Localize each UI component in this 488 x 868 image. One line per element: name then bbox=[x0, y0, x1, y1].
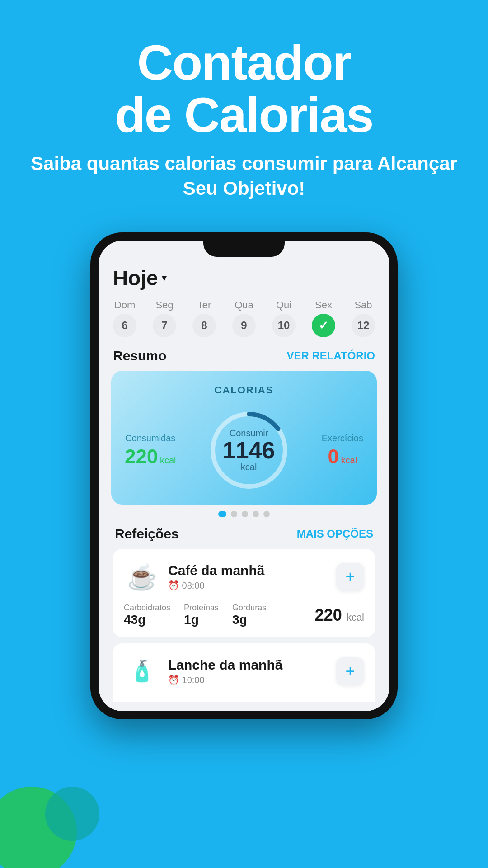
phone-wrapper: Hoje ▾ Dom 6 Seg 7 Ter 8 bbox=[0, 232, 488, 719]
cafe-info: Café da manhã ⏰ 08:00 bbox=[168, 563, 336, 591]
day-num-9[interactable]: 9 bbox=[232, 314, 256, 337]
dot-1[interactable] bbox=[218, 511, 226, 517]
app-content: Hoje ▾ Dom 6 Seg 7 Ter 8 bbox=[99, 257, 389, 711]
phone-mockup: Hoje ▾ Dom 6 Seg 7 Ter 8 bbox=[90, 232, 398, 719]
cafe-fat-value: 3g bbox=[232, 613, 266, 627]
consumed-value-row: 220 kcal bbox=[125, 445, 176, 468]
calories-exercise: Exercícios 0 kcal bbox=[322, 433, 363, 468]
cafe-kcal: 220 kcal bbox=[315, 606, 364, 625]
day-num-8[interactable]: 8 bbox=[192, 314, 216, 337]
cafe-carbs: Carboidratos 43g bbox=[124, 603, 170, 627]
exercise-value: 0 bbox=[328, 445, 339, 467]
calories-consumed: Consumidas 220 kcal bbox=[125, 433, 176, 468]
consumed-label: Consumidas bbox=[125, 433, 176, 443]
dot-4[interactable] bbox=[253, 511, 259, 517]
cafe-icon: ☕ bbox=[124, 559, 160, 595]
refeicoes-header: Refeições MAIS OPÇÕES bbox=[113, 526, 375, 542]
consumed-unit: kcal bbox=[160, 455, 176, 465]
title-line2: de Calorias bbox=[115, 87, 373, 142]
consumed-value: 220 bbox=[125, 445, 158, 467]
cafe-nutrients: Carboidratos 43g Proteínas 1g Gorduras 3… bbox=[124, 603, 364, 627]
day-name-qui: Qui bbox=[276, 299, 291, 311]
meals-section: Refeições MAIS OPÇÕES ☕ Café da manhã ⏰ … bbox=[111, 526, 377, 702]
exercise-label: Exercícios bbox=[322, 433, 363, 443]
day-sex[interactable]: Sex bbox=[312, 299, 335, 337]
title-line1: Contador bbox=[137, 34, 351, 90]
day-num-6[interactable]: 6 bbox=[113, 314, 136, 337]
week-days-row: Dom 6 Seg 7 Ter 8 Qua 9 bbox=[111, 299, 377, 337]
day-name-sab: Sab bbox=[354, 299, 372, 311]
meal-card-lanche: 🧴 Lanche da manhã ⏰ 10:00 + bbox=[113, 643, 375, 702]
day-num-10[interactable]: 10 bbox=[272, 314, 296, 337]
day-sab[interactable]: Sab 12 bbox=[352, 299, 375, 337]
day-ter[interactable]: Ter 8 bbox=[192, 299, 216, 337]
meal-header-lanche: 🧴 Lanche da manhã ⏰ 10:00 + bbox=[124, 653, 364, 689]
today-label: Hoje bbox=[113, 266, 158, 290]
cafe-name: Café da manhã bbox=[168, 563, 336, 578]
day-qua[interactable]: Qua 9 bbox=[232, 299, 256, 337]
cafe-carbs-label: Carboidratos bbox=[124, 603, 170, 613]
day-name-sex: Sex bbox=[315, 299, 332, 311]
calorie-circle-chart: Consumir 1146 kcal bbox=[204, 405, 294, 495]
cafe-add-button[interactable]: + bbox=[336, 563, 364, 591]
resumo-header: Resumo VER RELATÓRIO bbox=[111, 348, 377, 363]
meal-header-cafe: ☕ Café da manhã ⏰ 08:00 + bbox=[124, 559, 364, 595]
exercise-value-row: 0 kcal bbox=[322, 445, 363, 468]
dot-5[interactable] bbox=[263, 511, 270, 517]
resumo-title: Resumo bbox=[113, 348, 166, 363]
phone-screen: Hoje ▾ Dom 6 Seg 7 Ter 8 bbox=[99, 241, 389, 711]
cafe-protein-value: 1g bbox=[184, 613, 219, 627]
day-name-seg: Seg bbox=[155, 299, 173, 311]
mais-opcoes-link[interactable]: MAIS OPÇÕES bbox=[297, 528, 373, 540]
day-name-dom: Dom bbox=[114, 299, 135, 311]
app-title: Contador de Calorias bbox=[27, 36, 461, 141]
cafe-fat-label: Gorduras bbox=[232, 603, 266, 613]
day-seg[interactable]: Seg 7 bbox=[153, 299, 176, 337]
header-section: Contador de Calorias Saiba quantas calor… bbox=[0, 0, 488, 219]
lanche-info: Lanche da manhã ⏰ 10:00 bbox=[168, 657, 336, 685]
bg-decoration-teal bbox=[45, 787, 99, 841]
cafe-kcal-unit: kcal bbox=[347, 612, 364, 623]
cafe-time: ⏰ 08:00 bbox=[168, 580, 336, 591]
consumir-unit: kcal bbox=[223, 462, 275, 472]
today-header: Hoje ▾ bbox=[111, 266, 377, 290]
day-qui[interactable]: Qui 10 bbox=[272, 299, 296, 337]
dot-3[interactable] bbox=[242, 511, 248, 517]
day-num-7[interactable]: 7 bbox=[153, 314, 176, 337]
phone-notch bbox=[203, 241, 285, 257]
day-name-qua: Qua bbox=[235, 299, 253, 311]
cafe-protein-label: Proteínas bbox=[184, 603, 219, 613]
today-dropdown-arrow[interactable]: ▾ bbox=[162, 272, 167, 284]
exercise-unit: kcal bbox=[341, 455, 357, 465]
app-subtitle: Saiba quantas calorias consumir para Alc… bbox=[27, 151, 461, 201]
lanche-add-button[interactable]: + bbox=[336, 657, 364, 685]
dot-2[interactable] bbox=[231, 511, 237, 517]
day-dom[interactable]: Dom 6 bbox=[113, 299, 136, 337]
circle-center: Consumir 1146 kcal bbox=[223, 428, 275, 472]
cafe-carbs-value: 43g bbox=[124, 613, 170, 627]
refeicoes-title: Refeições bbox=[115, 526, 179, 542]
ver-relatorio-link[interactable]: VER RELATÓRIO bbox=[286, 349, 375, 362]
day-name-ter: Ter bbox=[197, 299, 211, 311]
cafe-fat: Gorduras 3g bbox=[232, 603, 266, 627]
day-num-12[interactable]: 12 bbox=[352, 314, 375, 337]
calories-label: CALORIAS bbox=[125, 384, 363, 396]
consumir-value: 1146 bbox=[223, 439, 275, 462]
cafe-protein: Proteínas 1g bbox=[184, 603, 219, 627]
lanche-name: Lanche da manhã bbox=[168, 657, 336, 673]
lanche-icon: 🧴 bbox=[124, 653, 160, 689]
carousel-dots bbox=[111, 511, 377, 517]
calories-content: Consumidas 220 kcal bbox=[125, 405, 363, 495]
cafe-kcal-value: 220 bbox=[315, 606, 342, 624]
lanche-time: ⏰ 10:00 bbox=[168, 675, 336, 685]
meal-card-cafe: ☕ Café da manhã ⏰ 08:00 + Carboidratos 4… bbox=[113, 549, 375, 637]
day-num-11-active[interactable] bbox=[312, 314, 335, 337]
calories-card: CALORIAS Consumidas 220 kcal bbox=[111, 371, 377, 505]
